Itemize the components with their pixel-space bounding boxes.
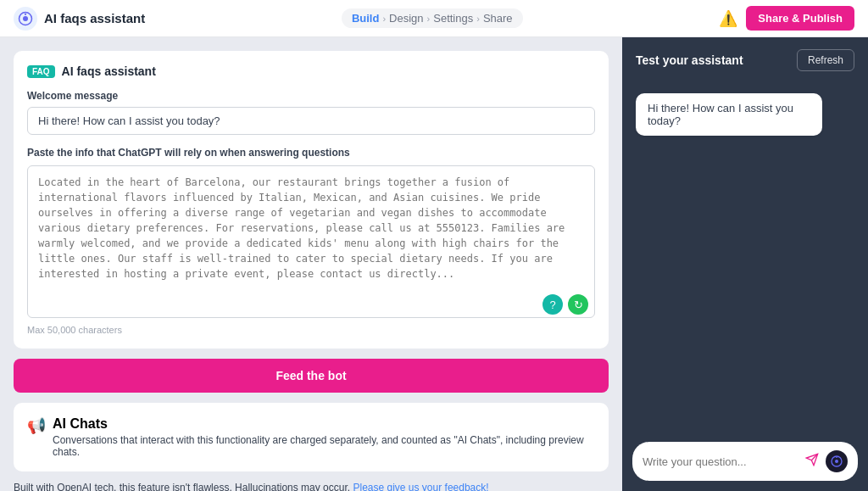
footer-note-text: Built with OpenAI tech, this feature isn… <box>14 482 350 491</box>
svg-point-7 <box>836 457 837 459</box>
chat-logo-icon <box>826 450 848 472</box>
nav-right: ⚠️ Share & Publish <box>719 6 854 31</box>
ai-chats-card: 📢 AI Chats Conversations that interact w… <box>14 403 609 471</box>
question-icon[interactable]: ? <box>542 294 563 315</box>
info-textarea[interactable] <box>27 165 595 318</box>
right-header: Test your assistant Refresh <box>622 37 868 83</box>
logo-icon <box>14 7 37 31</box>
right-panel-title: Test your assistant <box>636 53 743 67</box>
warning-icon: ⚠️ <box>719 9 737 28</box>
nav-step-design[interactable]: Design <box>389 12 423 25</box>
info-label: Paste the info that ChatGPT will rely on… <box>27 147 595 159</box>
chat-area: Hi there! How can I assist you today? <box>622 83 868 442</box>
svg-point-1 <box>23 16 28 21</box>
faq-badge: FAQ <box>27 65 55 78</box>
ai-chats-title: AI Chats <box>53 416 595 432</box>
nav-step-share[interactable]: Share <box>483 12 513 25</box>
refresh-icon[interactable]: ↻ <box>568 294 588 315</box>
chat-input-area <box>632 442 858 481</box>
app-title: AI faqs assistant <box>44 11 145 25</box>
nav-steps: Build › Design › Settings › Share <box>342 8 523 28</box>
arrow-1: › <box>382 14 386 24</box>
card-title-text: AI faqs assistant <box>62 64 156 78</box>
main-card: FAQ AI faqs assistant Welcome message Pa… <box>14 51 609 349</box>
share-publish-button[interactable]: Share & Publish <box>746 6 854 31</box>
ai-chats-content: AI Chats Conversations that interact wit… <box>53 416 595 458</box>
svg-point-2 <box>25 13 26 14</box>
feed-btn[interactable]: Feed the bot <box>14 359 609 393</box>
char-limit: Max 50,000 characters <box>27 325 595 335</box>
nav-step-build[interactable]: Build <box>352 12 380 25</box>
welcome-label: Welcome message <box>27 90 595 102</box>
refresh-button[interactable]: Refresh <box>797 49 854 71</box>
nav-step-settings[interactable]: Settings <box>433 12 473 25</box>
ai-chats-section: 📢 AI Chats Conversations that interact w… <box>27 416 595 458</box>
main-layout: FAQ AI faqs assistant Welcome message Pa… <box>0 37 868 491</box>
info-textarea-wrapper: ? ↻ <box>27 165 595 321</box>
welcome-input[interactable] <box>27 107 595 135</box>
chat-input[interactable] <box>643 455 798 468</box>
ai-chats-icon: 📢 <box>27 416 46 435</box>
arrow-3: › <box>476 14 480 24</box>
left-panel: FAQ AI faqs assistant Welcome message Pa… <box>0 37 622 491</box>
textarea-icons: ? ↻ <box>542 294 588 315</box>
logo: AI faqs assistant <box>14 7 145 31</box>
footer-link[interactable]: Please give us your feedback! <box>353 482 488 491</box>
svg-point-6 <box>835 460 838 463</box>
top-nav: AI faqs assistant Build › Design › Setti… <box>0 0 868 37</box>
chat-bubble: Hi there! How can I assist you today? <box>636 93 822 136</box>
footer-note: Built with OpenAI tech, this feature isn… <box>14 482 609 491</box>
chat-send-button[interactable] <box>805 453 819 470</box>
card-header: FAQ AI faqs assistant <box>27 64 595 78</box>
ai-chats-desc: Conversations that interact with this fu… <box>53 434 595 458</box>
right-panel: Test your assistant Refresh Hi there! Ho… <box>622 37 868 491</box>
arrow-2: › <box>427 14 431 24</box>
